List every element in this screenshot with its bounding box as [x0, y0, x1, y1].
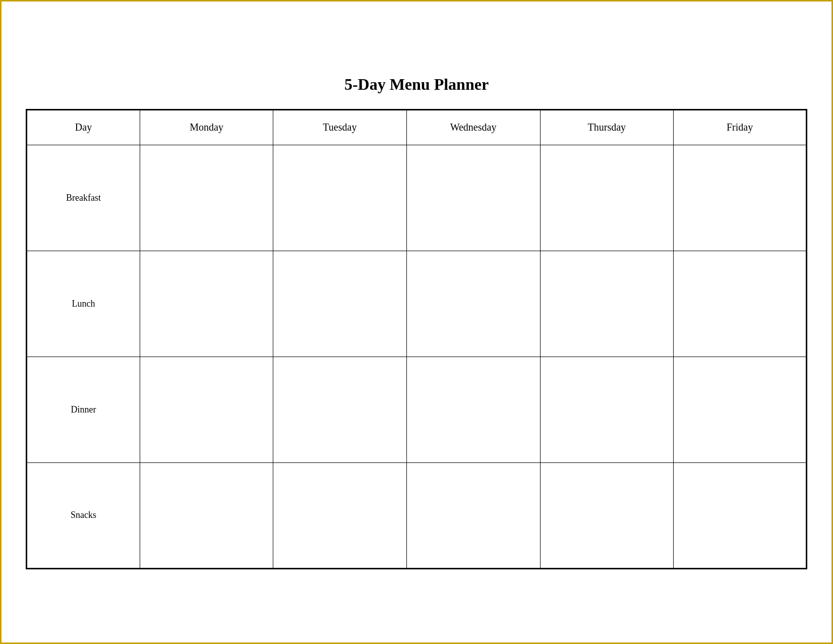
cell-snacks-thursday[interactable]	[540, 462, 674, 568]
header-wednesday: Wednesday	[406, 109, 540, 145]
cell-breakfast-friday[interactable]	[674, 145, 807, 251]
cell-breakfast-thursday[interactable]	[540, 145, 674, 251]
meal-label-lunch: Lunch	[27, 251, 140, 357]
meal-label-snacks: Snacks	[27, 462, 140, 568]
cell-lunch-thursday[interactable]	[540, 251, 674, 357]
cell-dinner-wednesday[interactable]	[406, 357, 540, 462]
cell-snacks-wednesday[interactable]	[406, 462, 540, 568]
header-monday: Monday	[140, 109, 273, 145]
planner-table: Day Monday Tuesday Wednesday Thursday Fr…	[26, 109, 807, 569]
page-container: 5-Day Menu Planner Day Monday Tuesday We…	[26, 75, 807, 569]
cell-lunch-friday[interactable]	[674, 251, 807, 357]
cell-snacks-tuesday[interactable]	[273, 462, 406, 568]
cell-dinner-thursday[interactable]	[540, 357, 674, 462]
cell-breakfast-wednesday[interactable]	[406, 145, 540, 251]
header-day: Day	[27, 109, 140, 145]
cell-dinner-tuesday[interactable]	[273, 357, 406, 462]
meal-row: Breakfast	[27, 145, 807, 251]
cell-breakfast-monday[interactable]	[140, 145, 273, 251]
meal-row: Lunch	[27, 251, 807, 357]
header-friday: Friday	[674, 109, 807, 145]
meal-label-breakfast: Breakfast	[27, 145, 140, 251]
cell-snacks-monday[interactable]	[140, 462, 273, 568]
cell-snacks-friday[interactable]	[674, 462, 807, 568]
meal-row: Dinner	[27, 357, 807, 462]
meal-label-dinner: Dinner	[27, 357, 140, 462]
meal-row: Snacks	[27, 462, 807, 568]
cell-breakfast-tuesday[interactable]	[273, 145, 406, 251]
header-row: Day Monday Tuesday Wednesday Thursday Fr…	[27, 109, 807, 145]
cell-lunch-tuesday[interactable]	[273, 251, 406, 357]
cell-lunch-monday[interactable]	[140, 251, 273, 357]
header-thursday: Thursday	[540, 109, 674, 145]
cell-lunch-wednesday[interactable]	[406, 251, 540, 357]
cell-dinner-monday[interactable]	[140, 357, 273, 462]
header-tuesday: Tuesday	[273, 109, 406, 145]
cell-dinner-friday[interactable]	[674, 357, 807, 462]
page-title: 5-Day Menu Planner	[344, 75, 489, 94]
